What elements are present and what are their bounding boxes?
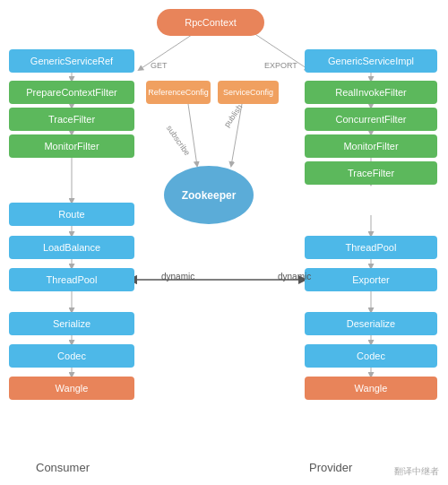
exporter-node: Exporter [305, 268, 437, 291]
concurrent-filter-node: ConcurrentFilter [305, 108, 437, 131]
monitor-filter-right-node: MonitorFilter [305, 134, 437, 158]
reference-config-node: ReferenceConfig [146, 81, 211, 104]
real-invoke-filter-node: RealInvokeFilter [305, 81, 437, 104]
subscribe-label: subscribe [165, 124, 192, 157]
generic-service-ref-node: GenericServiceRef [9, 49, 134, 73]
monitor-filter-left-node: MonitorFilter [9, 134, 134, 158]
trace-filter-left-node: TraceFilter [9, 108, 134, 131]
consumer-label: Consumer [36, 461, 90, 474]
codec-right-node: Codec [305, 344, 437, 368]
deserialize-node: Deserialize [305, 312, 437, 335]
route-node: Route [9, 203, 134, 226]
serialize-node: Serialize [9, 312, 134, 335]
service-config-node: ServiceConfig [218, 81, 279, 104]
watermark-label: 翻译中继者 [394, 465, 439, 478]
dynamic-right-label: dynamic [278, 272, 311, 281]
wangle-right-node: Wangle [305, 377, 437, 400]
export-label: EXPORT [264, 61, 297, 70]
codec-left-node: Codec [9, 344, 134, 368]
provider-label: Provider [309, 461, 352, 474]
load-balance-node: LoadBalance [9, 236, 134, 259]
thread-pool-right-node: ThreadPool [305, 236, 437, 259]
rpc-context-node: RpcContext [157, 9, 264, 36]
get-label: GET [151, 61, 168, 70]
publish-label: publish [222, 103, 245, 129]
dynamic-left-label: dynamic [161, 272, 194, 281]
prepare-context-filter-node: PrepareContextFilter [9, 81, 134, 104]
zookeeper-node: Zookeeper [164, 166, 254, 224]
diagram-container: RpcContext GenericServiceRef PrepareCont… [0, 0, 448, 485]
wangle-left-node: Wangle [9, 377, 134, 400]
trace-filter-right-node: TraceFilter [305, 161, 437, 185]
thread-pool-left-node: ThreadPool [9, 268, 134, 291]
svg-line-20 [188, 104, 197, 166]
generic-service-impl-node: GenericServiceImpl [305, 49, 437, 73]
